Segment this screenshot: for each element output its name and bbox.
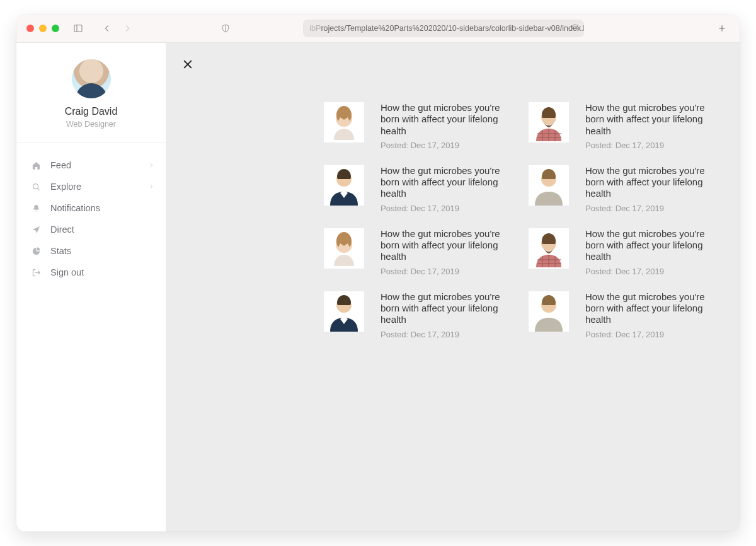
- reload-icon[interactable]: [571, 23, 579, 33]
- post-thumbnail: [324, 165, 364, 206]
- post-body: How the gut microbes you're born with af…: [381, 102, 516, 150]
- chevron-right-icon: [148, 160, 154, 170]
- profile-role: Web Designer: [23, 120, 159, 129]
- post-title: How the gut microbes you're born with af…: [381, 102, 516, 137]
- post-thumbnail: [324, 291, 364, 332]
- post-thumbnail: [529, 291, 569, 332]
- post-title: How the gut microbes you're born with af…: [585, 165, 721, 200]
- nav-item-explore[interactable]: Explore: [16, 176, 166, 197]
- post-item[interactable]: How the gut microbes you're born with af…: [324, 228, 516, 276]
- url-path: rojects/Template%20Parts%202020/10-sideb…: [321, 24, 584, 33]
- url-prefix: ibP: [309, 24, 321, 33]
- svg-rect-0: [74, 25, 82, 32]
- chevron-right-icon: [148, 182, 154, 192]
- privacy-shield-icon[interactable]: [218, 21, 233, 36]
- post-body: How the gut microbes you're born with af…: [381, 165, 516, 213]
- post-meta: Posted: Dec 17, 2019: [381, 330, 516, 339]
- nav-label: Direct: [50, 224, 74, 235]
- post-title: How the gut microbes you're born with af…: [381, 165, 516, 200]
- post-item[interactable]: How the gut microbes you're born with af…: [529, 228, 721, 276]
- sidebar: Craig David Web Designer FeedExploreNoti…: [16, 43, 166, 531]
- profile-block: Craig David Web Designer: [16, 43, 166, 143]
- fullscreen-window-button[interactable]: [52, 25, 59, 32]
- post-body: How the gut microbes you're born with af…: [585, 165, 721, 213]
- post-meta: Posted: Dec 17, 2019: [585, 204, 721, 213]
- post-title: How the gut microbes you're born with af…: [381, 291, 516, 326]
- minimize-window-button[interactable]: [39, 25, 47, 32]
- search-icon: [30, 182, 42, 192]
- sidebar-toggle-icon[interactable]: [71, 21, 86, 36]
- chart-icon: [30, 247, 42, 256]
- nav-item-stats[interactable]: Stats: [16, 240, 166, 262]
- titlebar: ibProjects/Template%20Parts%202020/10-si…: [16, 15, 740, 43]
- post-body: How the gut microbes you're born with af…: [381, 228, 516, 276]
- post-item[interactable]: How the gut microbes you're born with af…: [324, 291, 516, 339]
- nav-item-notifications[interactable]: Notifications: [16, 197, 166, 219]
- nav-label: Explore: [50, 182, 81, 192]
- post-item[interactable]: How the gut microbes you're born with af…: [324, 102, 516, 150]
- post-thumbnail: [529, 228, 569, 269]
- post-item[interactable]: How the gut microbes you're born with af…: [324, 165, 516, 213]
- post-thumbnail: [529, 102, 569, 142]
- post-meta: Posted: Dec 17, 2019: [585, 141, 721, 150]
- browser-window: ibProjects/Template%20Parts%202020/10-si…: [16, 15, 740, 531]
- post-item[interactable]: How the gut microbes you're born with af…: [529, 165, 721, 213]
- content-area: How the gut microbes you're born with af…: [166, 43, 740, 531]
- post-meta: Posted: Dec 17, 2019: [381, 204, 516, 213]
- back-button[interactable]: [100, 21, 115, 36]
- window-controls: [26, 25, 59, 32]
- post-body: How the gut microbes you're born with af…: [381, 291, 516, 339]
- post-title: How the gut microbes you're born with af…: [585, 102, 721, 137]
- post-body: How the gut microbes you're born with af…: [585, 228, 721, 276]
- profile-avatar: [72, 59, 111, 98]
- close-window-button[interactable]: [26, 25, 34, 32]
- post-item[interactable]: How the gut microbes you're born with af…: [529, 291, 721, 339]
- nav-item-sign-out[interactable]: Sign out: [16, 262, 166, 283]
- new-tab-button[interactable]: [714, 21, 730, 36]
- signout-icon: [30, 268, 42, 277]
- post-thumbnail: [324, 228, 364, 269]
- address-bar[interactable]: ibProjects/Template%20Parts%202020/10-si…: [303, 20, 584, 37]
- nav-label: Notifications: [50, 203, 100, 213]
- nav-label: Feed: [50, 160, 71, 170]
- post-body: How the gut microbes you're born with af…: [585, 102, 721, 150]
- post-meta: Posted: Dec 17, 2019: [585, 330, 721, 339]
- post-item[interactable]: How the gut microbes you're born with af…: [529, 102, 721, 150]
- post-thumbnail: [529, 165, 569, 206]
- sidebar-nav: FeedExploreNotificationsDirectStatsSign …: [16, 143, 166, 294]
- post-meta: Posted: Dec 17, 2019: [381, 267, 516, 276]
- post-title: How the gut microbes you're born with af…: [585, 291, 721, 326]
- nav-item-feed[interactable]: Feed: [16, 154, 166, 176]
- forward-button[interactable]: [120, 21, 135, 36]
- bell-icon: [30, 204, 42, 213]
- post-meta: Posted: Dec 17, 2019: [585, 267, 721, 276]
- nav-item-direct[interactable]: Direct: [16, 219, 166, 240]
- nav-label: Sign out: [50, 267, 84, 277]
- post-meta: Posted: Dec 17, 2019: [381, 141, 516, 150]
- post-thumbnail: [324, 102, 364, 142]
- post-title: How the gut microbes you're born with af…: [585, 228, 721, 263]
- close-sidebar-button[interactable]: [181, 58, 197, 73]
- post-title: How the gut microbes you're born with af…: [381, 228, 516, 263]
- posts-grid: How the gut microbes you're born with af…: [324, 61, 721, 339]
- profile-name: Craig David: [23, 106, 159, 117]
- nav-label: Stats: [50, 246, 71, 256]
- home-icon: [30, 161, 42, 170]
- post-body: How the gut microbes you're born with af…: [585, 291, 721, 339]
- workspace: Craig David Web Designer FeedExploreNoti…: [16, 43, 740, 531]
- plane-icon: [30, 225, 42, 235]
